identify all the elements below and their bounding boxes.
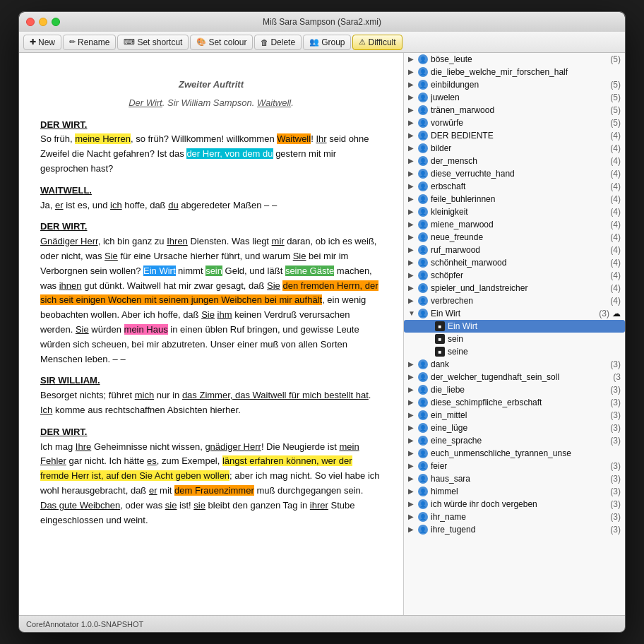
tree-arrow-icon (425, 347, 434, 356)
tree-item[interactable]: ▶👤juwelen (5) (404, 91, 625, 104)
tree-arrow-icon: ▶ (408, 436, 417, 445)
rename-icon: ✏ (69, 37, 76, 47)
tree-arrow-icon: ▶ (408, 449, 417, 458)
tree-item[interactable]: ▶👤schöpfer (4) (404, 269, 625, 282)
tree-item-label: neue_freunde (431, 232, 609, 242)
tree-item-label: verbrechen (431, 296, 609, 306)
new-button[interactable]: ✚ New (23, 35, 61, 50)
set-colour-button[interactable]: 🎨 Set colour (190, 35, 253, 50)
tree-arrow-icon: ▼ (408, 309, 417, 318)
underline-sie4: Sie (201, 309, 215, 320)
underline-das-gute: Das gute Weibchen (40, 500, 120, 511)
text-block-5: DER WIRT. Ich mag Ihre Geheimnisse nicht… (40, 425, 382, 528)
maximize-button[interactable] (52, 18, 60, 26)
tree-item[interactable]: ▶👤feier (3) (404, 460, 625, 472)
highlight-der-herr: der Herr, von dem du (186, 148, 273, 159)
tree-item-count: (4) (610, 143, 621, 153)
tree-person-icon: 👤 (418, 474, 428, 484)
tree-arrow-icon: ▶ (408, 80, 417, 89)
tree-item[interactable]: ■sein (404, 333, 625, 345)
tree-item[interactable]: ▶👤böse_leute (5) (404, 53, 625, 66)
tree-item-count: (5) (610, 54, 621, 64)
tree-item[interactable]: ▶👤ihre_tugend (3) (404, 523, 625, 536)
tree-item-label: tränen_marwood (431, 105, 609, 115)
delete-button[interactable]: 🗑 Delete (254, 35, 302, 50)
tree-item-label: der_welcher_tugendhaft_sein_soll (431, 372, 612, 382)
tree-item[interactable]: ▶👤neue_freunde (4) (404, 231, 625, 244)
tree-person-icon: 👤 (418, 398, 428, 407)
tree-item-count: (3) (610, 499, 621, 509)
tree-item[interactable]: ▶👤bilder (4) (404, 142, 625, 155)
tree-item[interactable]: ▶👤tränen_marwood (5) (404, 104, 625, 117)
tree-item[interactable]: ▶👤miene_marwood (4) (404, 218, 625, 231)
tree-item[interactable]: ▶👤kleinigkeit (4) (404, 205, 625, 218)
tree-item[interactable]: ▶👤eine_sprache (3) (404, 434, 625, 447)
tree-item[interactable]: ▶👤ein_mittel (3) (404, 409, 625, 422)
tree-person-icon: 👤 (418, 296, 428, 306)
tree-item-count: (4) (610, 194, 621, 204)
tree-person-icon: 👤 (418, 487, 428, 496)
tree-item[interactable]: ▶👤spieler_und_landstreicher (4) (404, 282, 625, 294)
tree-item-label: bilder (431, 143, 609, 153)
text-panel[interactable]: Zweiter Auftritt Der Wirt. Sir William S… (19, 53, 404, 615)
tree-item[interactable]: ▶👤die_liebe_welche_mir_forschen_half (404, 66, 625, 78)
tree-arrow-icon: ▶ (408, 246, 417, 254)
tree-item[interactable]: ▶👤die_liebe (3) (404, 383, 625, 396)
tree-item[interactable]: ▶👤der_welcher_tugendhaft_sein_soll (3 (404, 371, 625, 383)
tree-item-count: (4) (610, 181, 621, 191)
window-title: Miß Sara Sampson (Sara2.xmi) (263, 17, 381, 27)
close-button[interactable] (26, 18, 35, 26)
tree-item[interactable]: ▶👤ich würde ihr doch vergeben (3) (404, 498, 625, 511)
tree-person-icon: 👤 (418, 169, 428, 179)
group-button[interactable]: 👥 Group (303, 35, 351, 50)
tree-item-count: (4) (610, 169, 621, 179)
tree-item[interactable]: ▶👤der_mensch (4) (404, 155, 625, 167)
tree-item[interactable]: ▶👤schönheit_marwood (4) (404, 256, 625, 269)
tree-item[interactable]: ▶👤verbrechen (4) (404, 294, 625, 307)
rename-button[interactable]: ✏ Rename (63, 35, 116, 50)
tree-item-label: himmel (431, 487, 609, 496)
tree-item[interactable]: ▶👤diese_verruchte_hand (4) (404, 167, 625, 180)
toolbar: ✚ New ✏ Rename ⌨ Set shortcut 🎨 Set colo… (19, 32, 625, 53)
tree-item[interactable]: ▶👤dank (3) (404, 358, 625, 371)
tree-item[interactable]: ▶👤erbschaft (4) (404, 180, 625, 193)
tree-item-label: ein_mittel (431, 410, 609, 420)
tree-item[interactable]: ▶👤himmel (3) (404, 485, 625, 498)
tree-item[interactable]: ▼👤Ein Wirt (3)☁ (404, 307, 625, 320)
tree-item[interactable]: ■Ein Wirt (404, 320, 625, 333)
tree-item[interactable]: ▶👤ruf_marwood (4) (404, 244, 625, 256)
minimize-button[interactable] (39, 18, 47, 26)
tree-item-count: (3) (610, 461, 621, 471)
tree-item-count: (3) (610, 474, 621, 484)
tree-item-count: (3) (610, 423, 621, 433)
tree-item[interactable]: ▶👤diese_schimpfliche_erbschaft (3) (404, 396, 625, 409)
tree-item[interactable]: ▶👤einbildungen (5) (404, 78, 625, 91)
tree-item-label: diese_schimpfliche_erbschaft (431, 398, 609, 407)
set-shortcut-button[interactable]: ⌨ Set shortcut (117, 35, 189, 50)
tree-item-count: (3 (613, 372, 621, 382)
tree-item[interactable]: ▶👤feile_buhlerinnen (4) (404, 193, 625, 205)
tree-arrow-icon: ▶ (408, 119, 417, 127)
tree-item-label: feile_buhlerinnen (431, 194, 609, 204)
tree-arrow-icon: ▶ (408, 131, 417, 140)
tree-item[interactable]: ■seine (404, 345, 625, 358)
underline-mir1: mir (272, 236, 285, 246)
tree-item[interactable]: ▶👤euch_unmenschliche_tyrannen_unse (404, 447, 625, 460)
tree-person-icon: 👤 (418, 270, 428, 280)
tree-item[interactable]: ▶👤vorwürfe (5) (404, 117, 625, 129)
difficult-button[interactable]: ⚠ Difficult (352, 35, 402, 50)
tree-item[interactable]: ▶👤ihr_name (3) (404, 511, 625, 523)
tree-item[interactable]: ▶👤eine_lüge (3) (404, 422, 625, 434)
highlight-ein-wirt: Ein Wirt (143, 266, 176, 276)
tree-item[interactable]: ▶👤DER BEDIENTE (4) (404, 129, 625, 142)
entity-tree-panel[interactable]: ▶👤böse_leute (5)▶👤die_liebe_welche_mir_f… (404, 53, 625, 615)
tree-item-label: schönheit_marwood (431, 258, 609, 268)
tree-item-count: (5) (610, 93, 621, 102)
highlight-meine-herren: meine Herren (75, 133, 131, 144)
tree-arrow-icon: ▶ (408, 93, 417, 102)
tree-item[interactable]: ▶👤haus_sara (3) (404, 472, 625, 485)
tree-item-label: haus_sara (431, 474, 609, 484)
tree-item-label: Ein Wirt (448, 321, 621, 331)
tree-arrow-icon: ▶ (408, 208, 417, 216)
tree-person-icon: 👤 (418, 525, 428, 535)
